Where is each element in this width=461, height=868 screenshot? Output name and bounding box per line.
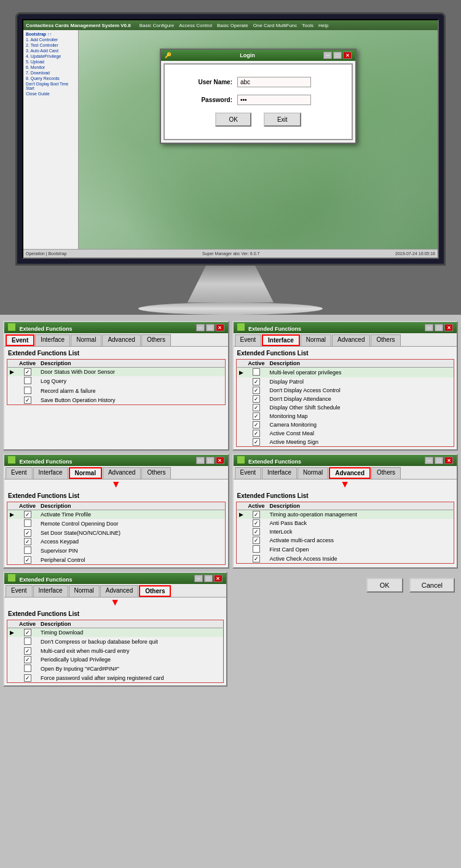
sidebar-auto-add-card[interactable]: 3. Auto Add Card [25, 48, 77, 53]
ext-maximize-3[interactable]: □ [206, 457, 215, 464]
ext-close-3[interactable]: ✕ [216, 457, 224, 464]
ext-close-1[interactable]: ✕ [216, 324, 224, 331]
row-check[interactable] [246, 429, 267, 438]
tab-5-interface[interactable]: Interface [33, 585, 68, 597]
checkbox[interactable] [253, 430, 260, 437]
tab-4-advanced[interactable]: Advanced [329, 467, 371, 479]
tab-4-others[interactable]: Others [371, 467, 401, 479]
tab-4-event[interactable]: Event [235, 467, 262, 479]
ext-maximize-2[interactable]: □ [435, 324, 443, 331]
row-check[interactable] [246, 368, 267, 378]
row-check[interactable] [17, 647, 38, 655]
checkbox[interactable] [24, 538, 31, 545]
checkbox[interactable] [253, 412, 260, 420]
tab-3-event[interactable]: Event [6, 467, 33, 479]
tab-1-event[interactable]: Event [6, 334, 34, 346]
row-check[interactable] [17, 396, 38, 405]
checkbox[interactable] [253, 537, 260, 544]
ok-button[interactable]: OK [366, 578, 403, 593]
tab-2-normal[interactable]: Normal [301, 334, 331, 346]
row-check[interactable] [246, 536, 267, 545]
row-check[interactable] [17, 655, 38, 664]
row-check[interactable] [17, 628, 38, 637]
ext-minimize-5[interactable]: ─ [194, 575, 203, 582]
row-check[interactable] [246, 420, 267, 429]
row-check[interactable] [17, 368, 38, 377]
ext-close-2[interactable]: ✕ [444, 324, 453, 331]
tab-2-others[interactable]: Others [371, 334, 400, 346]
checkbox[interactable] [24, 368, 31, 376]
ext-minimize-4[interactable]: ─ [425, 457, 433, 464]
sidebar-dont-display[interactable]: Don't Display Boot Time Start [25, 81, 77, 91]
login-close-btn[interactable]: ✕ [343, 52, 352, 59]
checkbox[interactable] [253, 438, 260, 446]
tab-1-normal[interactable]: Normal [71, 334, 101, 346]
login-maximize-btn[interactable]: □ [333, 52, 342, 59]
checkbox[interactable] [253, 421, 260, 428]
tab-4-normal[interactable]: Normal [297, 467, 328, 479]
tab-5-normal[interactable]: Normal [69, 585, 100, 597]
ext-close-4[interactable]: ✕ [444, 457, 453, 464]
tab-3-advanced[interactable]: Advanced [103, 467, 141, 479]
row-check[interactable] [246, 438, 267, 447]
checkbox[interactable] [24, 519, 31, 527]
tab-5-event[interactable]: Event [6, 585, 33, 597]
checkbox[interactable] [253, 368, 260, 376]
sidebar-query-records[interactable]: 8. Query Records [25, 76, 77, 81]
menu-basic-configure[interactable]: Basic Configure [140, 23, 174, 28]
checkbox[interactable] [24, 665, 31, 672]
tab-5-advanced[interactable]: Advanced [100, 585, 138, 597]
ext-close-5[interactable]: ✕ [214, 575, 223, 582]
login-minimize-btn[interactable]: ─ [323, 52, 332, 59]
checkbox[interactable] [24, 397, 31, 404]
row-check[interactable] [17, 376, 38, 386]
checkbox[interactable] [24, 656, 31, 663]
ext-maximize-5[interactable]: □ [204, 575, 213, 582]
checkbox[interactable] [24, 674, 31, 682]
password-input[interactable] [237, 95, 311, 105]
ext-minimize-2[interactable]: ─ [425, 324, 433, 331]
menu-access-control[interactable]: Access Control [179, 23, 212, 28]
row-check[interactable] [246, 519, 267, 527]
checkbox[interactable] [24, 387, 31, 394]
menu-help[interactable]: Help [318, 23, 328, 28]
tab-2-advanced[interactable]: Advanced [332, 334, 370, 346]
row-check[interactable] [246, 510, 267, 519]
row-check[interactable] [246, 377, 267, 386]
tab-3-interface[interactable]: Interface [33, 467, 68, 479]
row-check[interactable] [246, 403, 267, 412]
checkbox[interactable] [24, 546, 31, 554]
checkbox[interactable] [253, 519, 260, 527]
checkbox[interactable] [253, 528, 260, 535]
tab-1-interface[interactable]: Interface [35, 334, 70, 346]
sidebar-add-controller[interactable]: 1. Add Controller [25, 37, 77, 42]
checkbox[interactable] [253, 387, 260, 394]
tab-1-advanced[interactable]: Advanced [102, 334, 140, 346]
tab-3-normal[interactable]: Normal [69, 467, 102, 479]
sidebar-upload[interactable]: 5. Upload [25, 59, 77, 65]
cancel-button[interactable]: Cancel [409, 578, 455, 593]
checkbox[interactable] [253, 511, 260, 518]
row-check[interactable] [17, 386, 38, 396]
checkbox[interactable] [24, 647, 31, 655]
row-check[interactable] [17, 510, 38, 519]
ext-maximize-1[interactable]: □ [206, 324, 215, 331]
tab-5-others[interactable]: Others [139, 585, 171, 597]
row-check[interactable] [246, 527, 267, 536]
ext-minimize-1[interactable]: ─ [196, 324, 205, 331]
row-check[interactable] [17, 546, 38, 556]
row-check[interactable] [246, 545, 267, 554]
menu-tools[interactable]: Tools [302, 23, 313, 28]
checkbox[interactable] [253, 395, 260, 403]
username-input[interactable] [237, 77, 311, 87]
checkbox[interactable] [253, 378, 260, 385]
checkbox[interactable] [24, 377, 31, 384]
sidebar-download[interactable]: 7. Download [25, 70, 77, 76]
row-check[interactable] [17, 537, 38, 546]
login-ok-button[interactable]: OK [215, 112, 251, 127]
checkbox[interactable] [253, 545, 260, 553]
row-check[interactable] [246, 395, 267, 403]
row-check[interactable] [17, 664, 38, 674]
row-check[interactable] [17, 519, 38, 529]
row-check[interactable] [246, 412, 267, 420]
